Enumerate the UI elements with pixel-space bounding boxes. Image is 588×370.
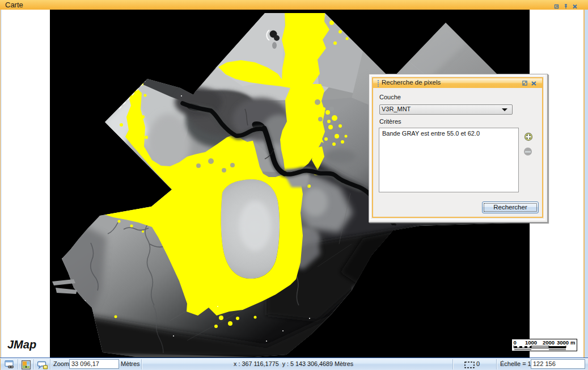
svg-text:1000: 1000 xyxy=(525,339,537,346)
svg-text:2000: 2000 xyxy=(543,339,555,346)
svg-text:3000: 3000 xyxy=(557,339,569,346)
svg-text:0: 0 xyxy=(514,339,517,346)
svg-text:m: m xyxy=(570,339,575,346)
